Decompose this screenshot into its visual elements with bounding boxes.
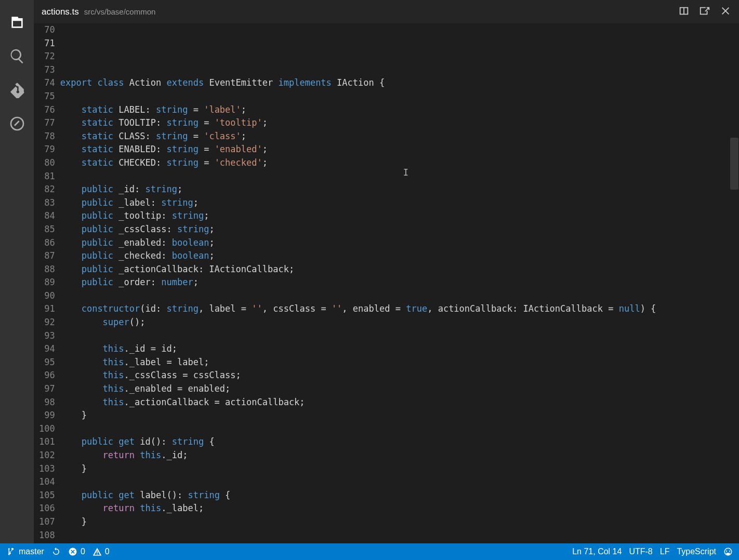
status-git-branch[interactable]: master bbox=[6, 547, 44, 556]
code-line[interactable]: public get id(): string { bbox=[60, 435, 729, 449]
text-cursor-icon: I bbox=[403, 166, 404, 177]
line-number: 81 bbox=[39, 170, 55, 183]
line-number: 79 bbox=[39, 143, 55, 156]
line-number: 70 bbox=[39, 23, 55, 37]
code-line[interactable]: public set label(value: string) { bbox=[60, 542, 729, 543]
code-line[interactable]: export class Action extends EventEmitter… bbox=[60, 76, 729, 90]
code-line[interactable]: public _checked: boolean; bbox=[60, 249, 729, 263]
code-line[interactable] bbox=[60, 170, 729, 183]
code-line[interactable]: } bbox=[60, 462, 729, 476]
line-number: 73 bbox=[39, 63, 55, 77]
code-line[interactable] bbox=[60, 529, 729, 542]
split-editor-icon[interactable] bbox=[678, 5, 690, 19]
tab-path: src/vs/base/common bbox=[84, 7, 156, 16]
status-feedback[interactable] bbox=[723, 547, 733, 556]
status-branch-label: master bbox=[19, 547, 44, 556]
code-line[interactable]: static ENABLED: string = 'enabled'; bbox=[60, 143, 729, 156]
code-line[interactable] bbox=[60, 90, 729, 103]
code-line[interactable] bbox=[60, 475, 729, 489]
find-references-icon[interactable] bbox=[699, 5, 710, 19]
code-line[interactable]: super(); bbox=[60, 316, 729, 329]
activity-debug-icon[interactable] bbox=[0, 106, 34, 140]
line-number: 99 bbox=[39, 409, 55, 422]
close-tab-icon[interactable] bbox=[720, 5, 731, 19]
code-line[interactable]: public get label(): string { bbox=[60, 489, 729, 502]
code-line[interactable]: static TOOLTIP: string = 'tooltip'; bbox=[60, 116, 729, 130]
status-language[interactable]: TypeScript bbox=[677, 547, 716, 556]
line-number: 76 bbox=[39, 103, 55, 117]
status-sync[interactable] bbox=[51, 547, 61, 556]
line-number: 105 bbox=[39, 489, 55, 502]
status-warnings[interactable]: 0 bbox=[93, 547, 110, 556]
line-gutter: 7071727374757677787980818283848586878889… bbox=[34, 23, 60, 543]
code-line[interactable] bbox=[60, 329, 729, 343]
tab-bar: actions.ts src/vs/base/common bbox=[34, 0, 739, 23]
line-number: 90 bbox=[39, 289, 55, 303]
line-number: 86 bbox=[39, 236, 55, 250]
code-line[interactable]: public _order: number; bbox=[60, 276, 729, 289]
git-branch-icon bbox=[6, 547, 16, 556]
code-line[interactable]: public _cssClass: string; bbox=[60, 223, 729, 236]
line-number: 97 bbox=[39, 382, 55, 396]
code-line[interactable]: constructor(id: string, label = '', cssC… bbox=[60, 302, 729, 316]
line-number: 89 bbox=[39, 276, 55, 289]
code-line[interactable]: public _enabled: boolean; bbox=[60, 236, 729, 250]
activity-search-icon[interactable] bbox=[0, 39, 34, 73]
code-line[interactable]: static LABEL: string = 'label'; bbox=[60, 103, 729, 117]
code-line[interactable]: public _label: string; bbox=[60, 196, 729, 210]
code-line[interactable]: this._actionCallback = actionCallback; bbox=[60, 396, 729, 409]
code-line[interactable]: public _tooltip: string; bbox=[60, 209, 729, 223]
tab-filename[interactable]: actions.ts bbox=[42, 7, 79, 17]
status-ln-col[interactable]: Ln 71, Col 14 bbox=[572, 547, 622, 556]
line-number: 91 bbox=[39, 302, 55, 316]
smiley-icon bbox=[723, 547, 733, 556]
status-bar: master 0 0 Ln 71, Col 14 UTF-8 LF TypeSc… bbox=[0, 543, 739, 560]
line-number: 94 bbox=[39, 342, 55, 356]
code-line[interactable] bbox=[60, 63, 729, 77]
line-number: 83 bbox=[39, 196, 55, 210]
status-encoding[interactable]: UTF-8 bbox=[629, 547, 652, 556]
line-number: 106 bbox=[39, 502, 55, 515]
error-icon bbox=[68, 547, 77, 556]
line-number: 82 bbox=[39, 183, 55, 196]
line-number: 96 bbox=[39, 369, 55, 382]
activity-explorer-icon[interactable] bbox=[0, 5, 34, 39]
code-line[interactable]: this._label = label; bbox=[60, 356, 729, 369]
code-line[interactable]: public _actionCallback: IActionCallback; bbox=[60, 263, 729, 276]
editor[interactable]: 7071727374757677787980818283848586878889… bbox=[34, 23, 739, 543]
code-line[interactable] bbox=[60, 422, 729, 436]
code-line[interactable]: this._cssClass = cssClass; bbox=[60, 369, 729, 382]
scrollbar-thumb[interactable] bbox=[730, 138, 738, 190]
status-warnings-count: 0 bbox=[105, 547, 110, 556]
line-number: 98 bbox=[39, 396, 55, 409]
code-content[interactable]: I export class Action extends EventEmitt… bbox=[60, 23, 729, 543]
line-number: 87 bbox=[39, 249, 55, 263]
status-errors[interactable]: 0 bbox=[68, 547, 85, 556]
code-line[interactable]: static CLASS: string = 'class'; bbox=[60, 130, 729, 143]
line-number: 103 bbox=[39, 462, 55, 476]
warning-icon bbox=[93, 547, 102, 556]
activity-git-icon[interactable] bbox=[0, 73, 34, 106]
code-line[interactable]: static CHECKED: string = 'checked'; bbox=[60, 156, 729, 170]
code-line[interactable]: return this._id; bbox=[60, 449, 729, 462]
line-number: 93 bbox=[39, 329, 55, 343]
line-number: 74 bbox=[39, 76, 55, 90]
line-number: 88 bbox=[39, 263, 55, 276]
code-line[interactable]: return this._label; bbox=[60, 502, 729, 515]
code-line[interactable]: public _id: string; bbox=[60, 183, 729, 196]
line-number: 102 bbox=[39, 449, 55, 462]
line-number: 71 bbox=[39, 37, 55, 50]
code-line[interactable]: this._enabled = enabled; bbox=[60, 382, 729, 396]
code-line[interactable]: this._id = id; bbox=[60, 342, 729, 356]
line-number: 108 bbox=[39, 529, 55, 542]
code-line[interactable] bbox=[60, 289, 729, 303]
line-number: 78 bbox=[39, 130, 55, 143]
line-number: 107 bbox=[39, 515, 55, 529]
line-number: 92 bbox=[39, 316, 55, 329]
activity-bar bbox=[0, 0, 34, 543]
code-line[interactable]: } bbox=[60, 515, 729, 529]
line-number: 84 bbox=[39, 209, 55, 223]
scrollbar[interactable] bbox=[729, 23, 739, 543]
status-eol[interactable]: LF bbox=[660, 547, 670, 556]
code-line[interactable]: } bbox=[60, 409, 729, 422]
